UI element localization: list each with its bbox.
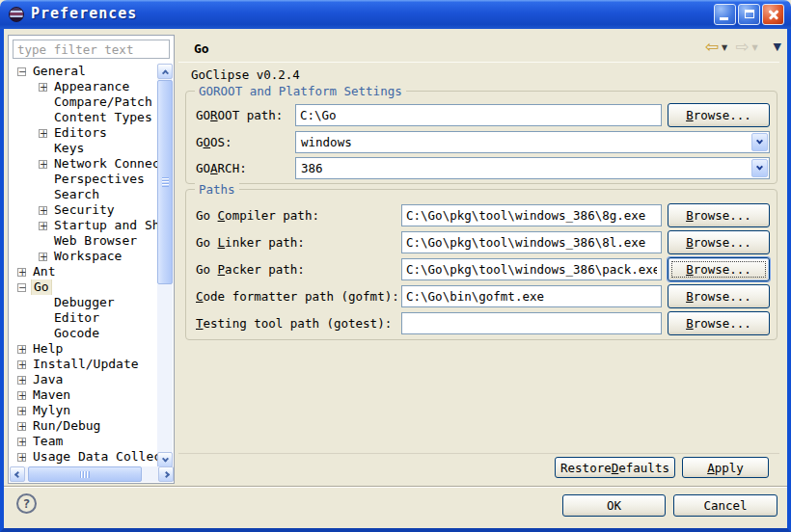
- tree-item-help[interactable]: +Help: [10, 341, 158, 357]
- tree-item-label: Maven: [31, 387, 72, 403]
- tree-item-workspace[interactable]: +Workspace: [10, 249, 158, 264]
- expand-icon[interactable]: +: [17, 438, 26, 446]
- tree-item-editor[interactable]: Editor: [10, 310, 158, 326]
- expand-icon[interactable]: +: [39, 83, 47, 92]
- goos-label: GOOS:: [196, 135, 232, 149]
- horizontal-scrollbar[interactable]: [10, 466, 174, 482]
- apply-button[interactable]: Apply: [682, 457, 769, 478]
- tree-item-compare-patch[interactable]: Compare/Patch: [10, 94, 158, 110]
- goroot-path-input[interactable]: [295, 104, 662, 126]
- expand-icon[interactable]: +: [39, 253, 47, 261]
- compiler-browse-button[interactable]: Browse...: [668, 203, 770, 227]
- expand-icon[interactable]: +: [17, 376, 26, 385]
- collapse-icon[interactable]: −: [17, 67, 26, 76]
- vertical-scroll-thumb[interactable]: [157, 80, 173, 284]
- goroot-browse-button[interactable]: Browse...: [668, 103, 770, 127]
- cancel-button[interactable]: Cancel: [673, 494, 777, 517]
- tree-item-install-update[interactable]: +Install/Update: [10, 357, 158, 372]
- tree-item-editors[interactable]: +Editors: [10, 125, 158, 141]
- expand-icon[interactable]: +: [17, 422, 26, 431]
- tree-item-label: Startup and Shu: [52, 218, 158, 233]
- tree-item-keys[interactable]: Keys: [10, 141, 158, 156]
- tree-item-team[interactable]: +Team: [10, 434, 158, 449]
- tree-item-perspectives[interactable]: Perspectives: [10, 172, 158, 187]
- tree-item-mylyn[interactable]: +Mylyn: [10, 403, 158, 418]
- tree-item-ant[interactable]: +Ant: [10, 264, 158, 279]
- tree-item-appearance[interactable]: +Appearance: [10, 79, 158, 94]
- linker-browse-button[interactable]: Browse...: [668, 230, 770, 254]
- goarch-select[interactable]: 386: [295, 157, 770, 179]
- gofmt-path-label: Code formatter path (gofmt):: [196, 289, 399, 304]
- maximize-icon: [745, 10, 754, 18]
- minimize-button[interactable]: [714, 4, 736, 25]
- close-button[interactable]: [762, 4, 784, 25]
- collapse-icon[interactable]: −: [17, 283, 26, 292]
- tree-item-security[interactable]: +Security: [10, 202, 158, 218]
- tree-item-usage-data-collect[interactable]: +Usage Data Collect: [10, 449, 158, 465]
- combo-dropdown-button[interactable]: [751, 133, 768, 151]
- expand-icon[interactable]: +: [39, 160, 47, 169]
- tree-item-gocode[interactable]: Gocode: [10, 326, 158, 341]
- tree-item-content-types[interactable]: Content Types: [10, 110, 158, 125]
- expand-icon[interactable]: +: [17, 407, 26, 415]
- tree-item-label: Perspectives: [52, 172, 147, 187]
- vertical-scrollbar[interactable]: [157, 64, 173, 467]
- tree-item-label: Install/Update: [31, 357, 141, 372]
- linker-path-input[interactable]: [401, 231, 662, 253]
- forward-button[interactable]: ⇨: [735, 39, 749, 55]
- tree-item-label: Security: [52, 202, 117, 218]
- tree-item-maven[interactable]: +Maven: [10, 387, 158, 403]
- tree-item-go[interactable]: −Go: [10, 279, 158, 295]
- back-button[interactable]: ⇦: [705, 39, 719, 55]
- tree-item-java[interactable]: +Java: [10, 372, 158, 387]
- back-history-dropdown[interactable]: ▼: [722, 43, 727, 52]
- combo-dropdown-button[interactable]: [751, 159, 768, 177]
- packer-browse-button[interactable]: Browse...: [668, 257, 770, 281]
- gotest-path-input[interactable]: [401, 312, 662, 334]
- tree-item-label: Usage Data Collect: [31, 449, 158, 465]
- tree-item-label: Run/Debug: [31, 418, 102, 434]
- expand-icon[interactable]: +: [39, 222, 47, 230]
- tree-item-general[interactable]: −General: [10, 64, 158, 79]
- expand-icon[interactable]: +: [17, 268, 26, 277]
- tree-item-network-connect[interactable]: +Network Connect: [10, 156, 158, 172]
- tree-item-startup-and-shu[interactable]: +Startup and Shu: [10, 218, 158, 233]
- expand-icon[interactable]: +: [17, 345, 26, 354]
- goarch-selected-value: 386: [301, 161, 323, 175]
- tree-item-search[interactable]: Search: [10, 187, 158, 202]
- packer-path-input[interactable]: [401, 258, 662, 280]
- window-title: Preferences: [31, 5, 137, 22]
- tree-item-label: Editors: [52, 125, 109, 141]
- gotest-path-label: Testing tool path (gotest):: [196, 316, 392, 331]
- expand-icon[interactable]: +: [17, 453, 26, 462]
- tree-item-web-browser[interactable]: Web Browser: [10, 233, 158, 249]
- goos-select[interactable]: windows: [295, 131, 770, 153]
- scroll-right-button[interactable]: [158, 466, 174, 482]
- scroll-down-button[interactable]: [157, 452, 173, 467]
- tree-item-debugger[interactable]: Debugger: [10, 295, 158, 310]
- expand-icon[interactable]: +: [39, 206, 47, 215]
- title-bar[interactable]: Preferences: [0, 0, 791, 29]
- scroll-left-button[interactable]: [10, 466, 25, 482]
- tree-item-label: Compare/Patch: [52, 94, 154, 110]
- restore-defaults-button[interactable]: Restore Defaults: [555, 457, 675, 478]
- compiler-path-input[interactable]: [401, 204, 662, 226]
- expand-icon[interactable]: +: [39, 129, 47, 138]
- gotest-browse-button[interactable]: Browse...: [668, 311, 770, 335]
- forward-history-dropdown[interactable]: ▼: [751, 43, 757, 52]
- gofmt-path-input[interactable]: [401, 285, 662, 307]
- filter-input[interactable]: [13, 40, 170, 59]
- ok-button[interactable]: OK: [562, 494, 666, 517]
- scroll-up-button[interactable]: [157, 64, 173, 79]
- help-button[interactable]: ?: [16, 493, 37, 514]
- view-menu-button[interactable]: ▼: [774, 40, 781, 53]
- tree-item-label: Editor: [52, 310, 101, 326]
- tree-item-label: Search: [52, 187, 101, 202]
- maximize-button[interactable]: [738, 4, 760, 25]
- tree-item-run-debug[interactable]: +Run/Debug: [10, 418, 158, 434]
- horizontal-scroll-thumb[interactable]: [28, 466, 142, 482]
- tree-item-label: Mylyn: [31, 403, 72, 418]
- expand-icon[interactable]: +: [17, 391, 26, 400]
- expand-icon[interactable]: +: [17, 360, 26, 369]
- gofmt-browse-button[interactable]: Browse...: [668, 284, 770, 308]
